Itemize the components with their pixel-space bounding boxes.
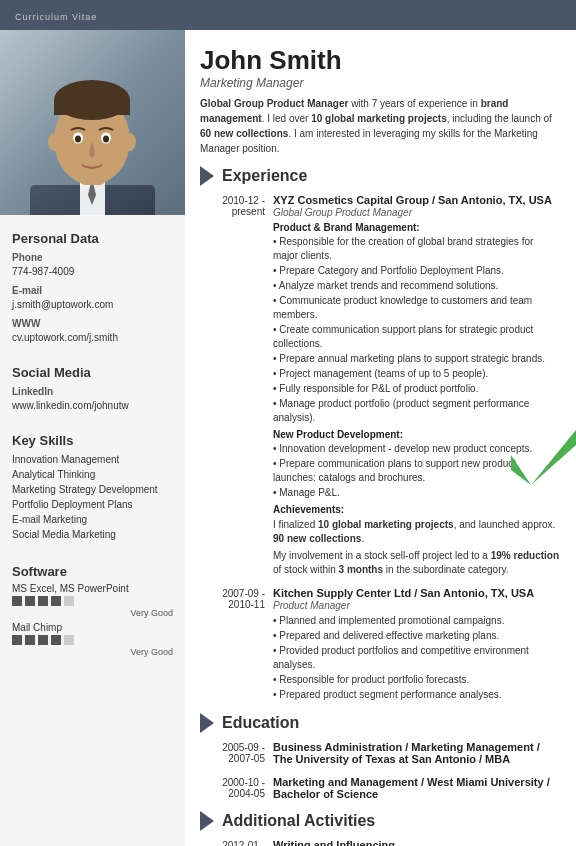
linkedin-label: LinkedIn [12, 386, 173, 397]
www-label: WWW [12, 318, 173, 329]
skill-item: Marketing Strategy Development [12, 482, 173, 497]
additional-title: Additional Activities [222, 812, 375, 830]
experience-entry-1: 2010-12 - present XYZ Cosmetics Capital … [200, 194, 561, 577]
exp-bullet: • Prepare Category and Portfolio Deploym… [273, 264, 561, 278]
exp-date-start-2: 2007-09 - [200, 588, 265, 599]
edu-degree-2: Marketing and Management / West Miami Un… [273, 776, 561, 800]
exp-bullet: • Create communication support plans for… [273, 323, 561, 351]
email-value: j.smith@uptowork.com [12, 298, 173, 312]
edu-dates-2: 2000-10 - 2004-05 [200, 776, 265, 801]
key-skills-title: Key Skills [12, 433, 173, 448]
exp-content-2: Kitchen Supply Center Ltd / San Antonio,… [273, 587, 561, 703]
exp-bullet: • Communicate product knowledge to custo… [273, 294, 561, 322]
exp-role-2: Product Manager [273, 600, 561, 611]
svg-marker-15 [511, 430, 576, 485]
exp-bullet: • Provided product portfolios and compet… [273, 644, 561, 672]
additional-content-1: Writing and Influencing www.mymarketingc… [273, 839, 561, 846]
cv-title: Marketing Manager [200, 76, 561, 90]
key-skills-section: Key Skills Innovation Management Analyti… [0, 417, 185, 546]
dot [12, 635, 22, 645]
cv-body: Personal Data Phone 774-987-4009 E-mail … [0, 30, 576, 846]
rating-dots-2 [12, 635, 173, 645]
skill-item: E-mail Marketing [12, 512, 173, 527]
rating-dots-1 [12, 596, 173, 606]
exp-content-1: XYZ Cosmetics Capital Group / San Antoni… [273, 194, 561, 577]
social-title: Social Media [12, 365, 173, 380]
exp-company-2: Kitchen Supply Center Ltd / San Antonio,… [273, 587, 561, 599]
edu-date-start-2: 2000-10 - [200, 777, 265, 788]
left-column: Personal Data Phone 774-987-4009 E-mail … [0, 30, 185, 846]
exp-dates-1: 2010-12 - present [200, 194, 265, 577]
education-arrow [200, 713, 214, 733]
exp-company-1: XYZ Cosmetics Capital Group / San Antoni… [273, 194, 561, 206]
software-item-2: Mail Chimp [12, 622, 173, 633]
exp-date-end-2: 2010-11 [200, 599, 265, 610]
dot [25, 596, 35, 606]
edu-degree-1: Business Administration / Marketing Mana… [273, 741, 561, 765]
email-label: E-mail [12, 285, 173, 296]
svg-point-13 [48, 133, 60, 151]
additional-activity-1: Writing and Influencing [273, 839, 561, 846]
exp-subsection-brand: Product & Brand Management: [273, 222, 561, 233]
dot [51, 635, 61, 645]
dot [38, 635, 48, 645]
experience-arrow [200, 166, 214, 186]
cv-header: Curriculum Vitae [0, 0, 576, 30]
edu-dates-1: 2005-09 - 2007-05 [200, 741, 265, 766]
additional-dates-1: 2012-01 - present [200, 839, 265, 846]
education-entry-2: 2000-10 - 2004-05 Marketing and Manageme… [200, 776, 561, 801]
exp-date-start-1: 2010-12 - [200, 195, 265, 206]
svg-rect-8 [54, 100, 130, 115]
exp-subsection-achievements: Achievements: [273, 504, 561, 515]
additional-section-header: Additional Activities [200, 811, 561, 831]
svg-point-14 [124, 133, 136, 151]
exp-bullet: • Fully responsible for P&L of product p… [273, 382, 561, 396]
skill-item: Analytical Thinking [12, 467, 173, 482]
edu-date-end-2: 2004-05 [200, 788, 265, 799]
name-area: John Smith Marketing Manager Global Grou… [200, 45, 561, 156]
education-entry-1: 2005-09 - 2007-05 Business Administratio… [200, 741, 561, 766]
svg-point-11 [75, 136, 81, 143]
cv-name: John Smith [200, 45, 561, 76]
exp-bullet: • Planned and implemented promotional ca… [273, 614, 561, 628]
cv-summary: Global Group Product Manager with 7 year… [200, 96, 561, 156]
personal-data-title: Personal Data [12, 231, 173, 246]
additional-entry-1: 2012-01 - present Writing and Influencin… [200, 839, 561, 846]
phone-value: 774-987-4009 [12, 265, 173, 279]
dot [51, 596, 61, 606]
experience-section-header: Experience [200, 166, 561, 186]
exp-bullet: • Prepare annual marketing plans to supp… [273, 352, 561, 366]
additional-arrow [200, 811, 214, 831]
edu-content-1: Business Administration / Marketing Mana… [273, 741, 561, 766]
dot-empty [64, 596, 74, 606]
skill-item: Innovation Management [12, 452, 173, 467]
rating-label-2: Very Good [12, 647, 173, 657]
exp-date-end-1: present [200, 206, 265, 217]
svg-point-12 [103, 136, 109, 143]
exp-bullet: • Prepared and delivered effective marke… [273, 629, 561, 643]
exp-achievement-2: My involvement in a stock sell-off proje… [273, 549, 561, 577]
www-value: cv.uptowork.com/j.smith [12, 331, 173, 345]
experience-entry-2: 2007-09 - 2010-11 Kitchen Supply Center … [200, 587, 561, 703]
exp-bullet: • Manage product portfolio (product segm… [273, 397, 561, 425]
exp-bullet: • Responsible for product portfolio fore… [273, 673, 561, 687]
profile-photo [0, 30, 185, 215]
software-section: Software MS Excel, MS PowerPoint Very Go… [0, 546, 185, 661]
phone-label: Phone [12, 252, 173, 263]
dot [12, 596, 22, 606]
additional-date-start-1: 2012-01 - [200, 840, 265, 846]
exp-bullet: • Prepared product segment performance a… [273, 688, 561, 702]
rating-label-1: Very Good [12, 608, 173, 618]
cv-container: Curriculum Vitae [0, 0, 576, 846]
software-title: Software [12, 564, 173, 579]
edu-date-start-1: 2005-09 - [200, 742, 265, 753]
linkedin-value: www.linkedin.com/johnutw [12, 399, 173, 413]
social-media-section: Social Media LinkedIn www.linkedin.com/j… [0, 349, 185, 417]
skill-item: Social Media Marketing [12, 527, 173, 542]
exp-bullet: • Analyze market trends and recommend so… [273, 279, 561, 293]
exp-bullet: • Responsible for the creation of global… [273, 235, 561, 263]
exp-dates-2: 2007-09 - 2010-11 [200, 587, 265, 703]
green-check-overlay [511, 430, 576, 492]
cv-header-label: Curriculum Vitae [15, 12, 97, 22]
skill-item: Portfolio Deployment Plans [12, 497, 173, 512]
